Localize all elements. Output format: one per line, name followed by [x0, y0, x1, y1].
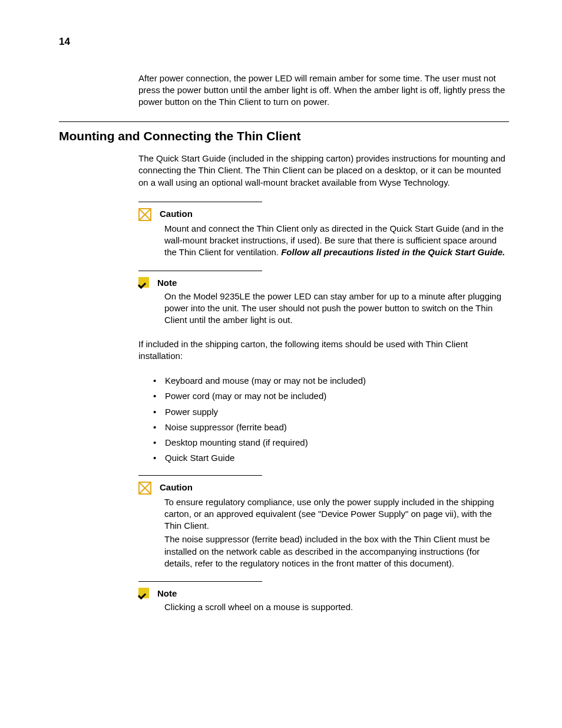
note-callout: Note On the Model 9235LE the power LED c…: [138, 271, 509, 327]
caution-icon: [138, 208, 151, 221]
callout-title: Note: [157, 588, 177, 599]
note-callout: Note Clicking a scroll wheel on a mouse …: [138, 581, 509, 614]
section-intro-paragraph: The Quick Start Guide (included in the s…: [138, 153, 509, 189]
list-item: Noise suppressor (ferrite bead): [153, 421, 509, 433]
install-items-list: Keyboard and mouse (may or may not be in…: [59, 375, 509, 465]
callout-title: Note: [157, 277, 177, 289]
callout-rule: [138, 475, 262, 476]
list-item: Power cord (may or may not be included): [153, 390, 509, 402]
callout-body: Clicking a scroll wheel on a mouse is su…: [164, 601, 509, 613]
section-divider: [59, 121, 509, 122]
callout-title: Caution: [160, 482, 193, 493]
page-number: 14: [59, 35, 509, 49]
list-item: Desktop mounting stand (if required): [153, 437, 509, 449]
note-icon: [138, 277, 149, 288]
section-heading: Mounting and Connecting the Thin Client: [59, 128, 509, 144]
caution-callout: Caution To ensure regulatory compliance,…: [138, 475, 509, 570]
callout-rule: [138, 271, 262, 271]
list-item: Quick Start Guide: [153, 452, 509, 464]
note-icon: [138, 588, 149, 598]
caution-text-1: To ensure regulatory compliance, use onl…: [164, 496, 509, 532]
callout-rule: [138, 202, 262, 202]
callout-body: On the Model 9235LE the power LED can st…: [164, 291, 509, 327]
list-item: Power supply: [153, 406, 509, 418]
callout-title: Caution: [160, 208, 193, 220]
note-text: On the Model 9235LE the power LED can st…: [164, 291, 509, 327]
callout-rule: [138, 581, 262, 582]
note-text: Clicking a scroll wheel on a mouse is su…: [164, 601, 509, 613]
document-page: 14 After power connection, the power LED…: [0, 0, 562, 661]
caution-emphasis: Follow all precautions listed in the Qui…: [281, 247, 505, 257]
items-intro-paragraph: If included in the shipping carton, the …: [138, 338, 509, 363]
callout-body: Mount and connect the Thin Client only a…: [164, 223, 509, 259]
list-item: Keyboard and mouse (may or may not be in…: [153, 375, 509, 387]
intro-paragraph: After power connection, the power LED wi…: [138, 73, 509, 108]
caution-icon: [138, 482, 151, 495]
caution-text-2: The noise suppressor (ferrite bead) incl…: [164, 533, 509, 569]
caution-callout: Caution Mount and connect the Thin Clien…: [138, 202, 509, 259]
callout-body: To ensure regulatory compliance, use onl…: [164, 496, 509, 570]
